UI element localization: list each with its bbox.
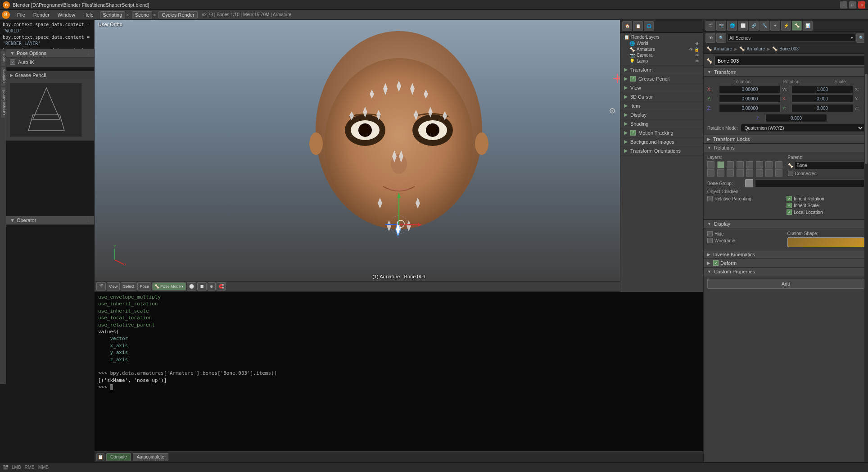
auto-ik-checkbox[interactable]: ✓ xyxy=(10,59,15,65)
grease-panel-checkbox[interactable] xyxy=(630,76,636,82)
layer-btn-14[interactable] xyxy=(756,169,763,177)
close-button[interactable]: × xyxy=(858,1,865,9)
panel-item-shading[interactable]: ▶ Shading xyxy=(620,119,703,128)
bone-group-color[interactable] xyxy=(745,179,753,187)
console-tab[interactable]: Console xyxy=(106,453,131,461)
right-scrollbar[interactable] xyxy=(864,20,868,472)
menu-window[interactable]: Window xyxy=(54,11,79,18)
layer-btn-10[interactable] xyxy=(717,169,724,177)
local-location-checkbox[interactable]: ✓ xyxy=(787,209,792,215)
maximize-button[interactable]: □ xyxy=(849,1,856,9)
inherit-rotation-checkbox[interactable]: ✓ xyxy=(787,196,792,201)
transform-locks-header[interactable]: ▶ Transform Locks xyxy=(704,135,868,144)
icon-object[interactable]: ⬜ xyxy=(738,21,748,31)
lamp-tree-item[interactable]: 💡 Lamp 👁 xyxy=(622,58,701,64)
scene-close[interactable]: × xyxy=(153,12,156,18)
panel-item-3dcursor[interactable]: ▶ 3D Cursor xyxy=(620,92,703,101)
layer-btn-5[interactable] xyxy=(746,161,753,168)
panel-item-display[interactable]: ▶ Display xyxy=(620,110,703,119)
armature-tree-item[interactable]: 🦴 Armature 👁 🔒 xyxy=(622,46,701,52)
console-icon[interactable]: 📋 xyxy=(96,453,104,461)
layer-btn-2[interactable] xyxy=(717,161,724,168)
rot-w-field[interactable] xyxy=(791,85,853,93)
menu-help[interactable]: Help xyxy=(80,11,97,18)
menu-render[interactable]: Render xyxy=(30,11,53,18)
wireframe-checkbox[interactable] xyxy=(707,238,713,243)
layer-btn-4[interactable] xyxy=(737,161,744,168)
deform-section-header[interactable]: ▶ ✓ Deform xyxy=(704,259,868,268)
vp-pivot[interactable]: ⊕ xyxy=(208,282,216,290)
icon-render[interactable]: 🎬 xyxy=(705,21,715,31)
sidebar-tab-tools[interactable]: Tools xyxy=(1,51,5,66)
icon-view-row2[interactable]: 👁 xyxy=(705,33,715,43)
relations-header[interactable]: ▼ Relations xyxy=(704,144,868,152)
custom-shape-field[interactable] xyxy=(787,237,865,247)
world-icon-btn[interactable]: 🌐 xyxy=(644,21,654,31)
hide-checkbox[interactable] xyxy=(707,231,713,236)
scripting-workspace[interactable]: Scripting xyxy=(100,11,126,18)
icon-search[interactable]: 🔍 xyxy=(716,33,726,43)
panel-item-grease-pencil[interactable]: ▶ Grease Pencil xyxy=(620,74,703,83)
panel-item-view[interactable]: ▶ View xyxy=(620,83,703,92)
scene-dropdown[interactable]: All Scenes ▾ xyxy=(727,34,855,42)
breadcrumb-armature-name[interactable]: Armature xyxy=(746,46,765,51)
rot-y-field[interactable] xyxy=(791,104,853,112)
layer-btn-8[interactable] xyxy=(775,161,782,168)
icon-bone-active[interactable]: 🦴 xyxy=(792,21,802,31)
rotation-mode-select[interactable]: Quaternion (WXYZ) XYZ Euler ZXY Euler xyxy=(741,124,864,132)
rot-x-field[interactable] xyxy=(791,95,853,103)
icon-scene[interactable]: 📷 xyxy=(716,21,726,31)
scrollbar-thumb[interactable] xyxy=(865,74,868,164)
vp-icon-btn[interactable]: 🎬 xyxy=(96,282,106,290)
viewport-3d[interactable]: User Ortho xyxy=(95,20,703,281)
vp-render-preview[interactable]: 🔲 xyxy=(197,282,207,290)
auto-ik-item[interactable]: ✓ Auto IK xyxy=(10,59,90,65)
loc-x-field[interactable] xyxy=(719,85,781,93)
transform-section-header[interactable]: ▼ Transform xyxy=(704,68,868,77)
vp-view-menu[interactable]: View xyxy=(107,282,120,290)
panel-item-motion-tracking[interactable]: ▶ Motion Tracking xyxy=(620,128,703,137)
panel-item-background-images[interactable]: ▶ Background Images xyxy=(620,137,703,146)
menu-file[interactable]: File xyxy=(14,11,29,18)
loc-y-field[interactable] xyxy=(719,95,781,103)
custom-props-section-header[interactable]: ▼ Custom Properties xyxy=(704,268,868,276)
icon-modifiers[interactable]: 🔧 xyxy=(760,21,769,31)
vp-pose-mode[interactable]: 🦴 Pose Mode ▾ xyxy=(152,282,186,290)
rot-z-field[interactable] xyxy=(765,114,827,122)
vp-snap[interactable]: 🧲 xyxy=(217,282,226,290)
icon-world[interactable]: 🌐 xyxy=(727,21,737,31)
motion-tracking-checkbox[interactable] xyxy=(630,130,636,136)
panel-item-item[interactable]: ▶ Item xyxy=(620,101,703,110)
icon-particles[interactable]: ✦ xyxy=(770,21,780,31)
autocomplete-tab[interactable]: Autocomplete xyxy=(133,453,168,461)
layer-btn-6[interactable] xyxy=(756,161,763,168)
deform-checkbox[interactable]: ✓ xyxy=(713,260,719,266)
layer-btn-3[interactable] xyxy=(727,161,734,168)
scene-selector[interactable]: Scene xyxy=(132,11,152,18)
render-engine[interactable]: Cycles Render xyxy=(158,11,197,18)
camera-tree-item[interactable]: 📷 Camera 👁 xyxy=(622,52,701,58)
parent-input[interactable] xyxy=(795,161,865,169)
bone-name-input[interactable] xyxy=(714,56,865,66)
layer-btn-9[interactable] xyxy=(707,169,714,177)
layer-btn-1[interactable] xyxy=(707,161,714,168)
icon-physics[interactable]: ⚡ xyxy=(781,21,791,31)
operator-header[interactable]: ▼ Operator ⋮ xyxy=(6,216,94,225)
connected-checkbox[interactable] xyxy=(788,171,793,176)
display-section-header[interactable]: ▼ Display xyxy=(704,219,868,228)
pose-options-header[interactable]: ▼ Pose Options ⋮ xyxy=(6,49,94,58)
ik-section-header[interactable]: ▶ Inverse Kinematics xyxy=(704,250,868,259)
vp-select-menu[interactable]: Select xyxy=(121,282,136,290)
layer-btn-13[interactable] xyxy=(746,169,753,177)
renderlayers-icon-btn[interactable]: 📋 xyxy=(633,21,643,31)
add-property-button[interactable]: Add xyxy=(707,279,864,289)
relative-parenting-checkbox[interactable] xyxy=(707,196,713,201)
layer-btn-7[interactable] xyxy=(765,161,773,168)
grease-pencil-header[interactable]: ▶ Grease Pencil xyxy=(6,71,94,79)
scripting-close[interactable]: × xyxy=(126,12,129,18)
breadcrumb-bone-name[interactable]: Bone.003 xyxy=(779,46,799,51)
breadcrumb-armature1[interactable]: Armature xyxy=(714,46,732,51)
minimize-button[interactable]: − xyxy=(840,1,847,9)
vp-pose-menu[interactable]: Pose xyxy=(137,282,151,290)
panel-item-transform[interactable]: ▶ Transform xyxy=(620,65,703,74)
